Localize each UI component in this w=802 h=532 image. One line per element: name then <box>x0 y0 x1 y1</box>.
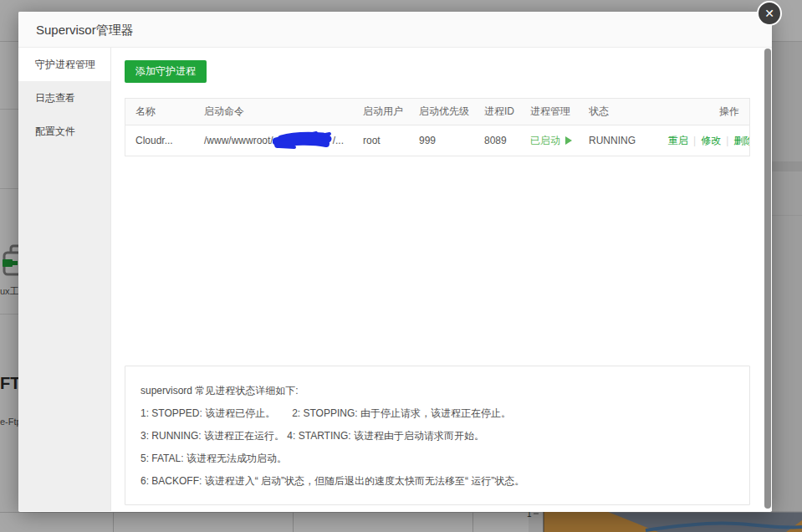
add-daemon-button[interactable]: 添加守护进程 <box>125 60 207 83</box>
sidebar-item-config-file[interactable]: 配置文件 <box>18 115 110 148</box>
header-name: 名称 <box>125 105 194 119</box>
help-line-1: 1: STOPPED: 该进程已停止。 2: STOPPING: 由于停止请求，… <box>140 402 734 425</box>
supervisor-manager-modal: ✕ Supervisor管理器 守护进程管理 日志查看 配置文件 添加守护进程 <box>18 12 772 512</box>
cell-manage[interactable]: 已启动 <box>520 134 579 148</box>
close-icon: ✕ <box>764 7 774 20</box>
process-table: 名称 启动命令 启动用户 启动优先级 进程ID 进程管理 状态 操作 Cloud… <box>125 98 750 156</box>
header-priority: 启动优先级 <box>409 105 474 119</box>
header-command: 启动命令 <box>194 105 353 119</box>
restart-link[interactable]: 重启 <box>668 135 688 146</box>
started-label: 已启动 <box>530 135 560 146</box>
cell-status: RUNNING <box>579 135 658 146</box>
header-manage: 进程管理 <box>520 105 579 119</box>
cell-pid: 8089 <box>474 135 520 146</box>
sidebar-item-daemon-management[interactable]: 守护进程管理 <box>18 48 110 81</box>
cell-command: /www/wwwroot/ <box>194 131 353 150</box>
delete-link[interactable]: 删除 <box>733 135 749 146</box>
header-user: 启动用户 <box>353 105 409 119</box>
cell-priority: 999 <box>409 135 474 146</box>
cell-actions: 重启|修改|删除 <box>658 134 749 148</box>
help-line-4: 6: BACKOFF: 该进程进入“ 启动”状态，但随后退出的速度太快而无法移至… <box>140 470 734 493</box>
close-button[interactable]: ✕ <box>757 1 782 26</box>
cell-name: Cloudr... <box>125 135 194 146</box>
action-separator: | <box>726 135 728 146</box>
help-line-3: 5: FATAL: 该进程无法成功启动。 <box>140 448 734 470</box>
modal-sidebar: 守护进程管理 日志查看 配置文件 <box>18 48 111 511</box>
header-pid: 进程ID <box>474 105 520 119</box>
table-header-row: 名称 启动命令 启动用户 启动优先级 进程ID 进程管理 状态 操作 <box>125 99 749 125</box>
sidebar-item-log-view[interactable]: 日志查看 <box>18 81 110 115</box>
help-line-2: 3: RUNNING: 该进程正在运行。 4: STARTING: 该进程由于启… <box>140 425 734 448</box>
play-icon[interactable] <box>565 136 572 145</box>
screen: ux工. FT e-Ftp 1 ✕ Supervisor管理器 守护进程管理 日… <box>0 0 802 532</box>
modal-title: Supervisor管理器 <box>18 12 772 48</box>
modal-scrollbar-thumb[interactable] <box>764 49 771 509</box>
modal-content: 添加守护进程 名称 启动命令 启动用户 启动优先级 进程ID 进程管理 状态 操… <box>112 48 772 511</box>
table-row: Cloudr... /www/wwwroot/ <box>125 125 749 156</box>
modify-link[interactable]: 修改 <box>701 135 721 146</box>
help-line-title: supervisord 常见进程状态详细如下: <box>140 380 734 402</box>
status-help-box: supervisord 常见进程状态详细如下: 1: STOPPED: 该进程已… <box>125 366 750 505</box>
cell-user: root <box>353 135 409 146</box>
redacted-scribble <box>273 131 333 150</box>
header-status: 状态 <box>579 105 658 119</box>
action-separator: | <box>693 135 696 146</box>
header-actions: 操作 <box>658 105 749 119</box>
